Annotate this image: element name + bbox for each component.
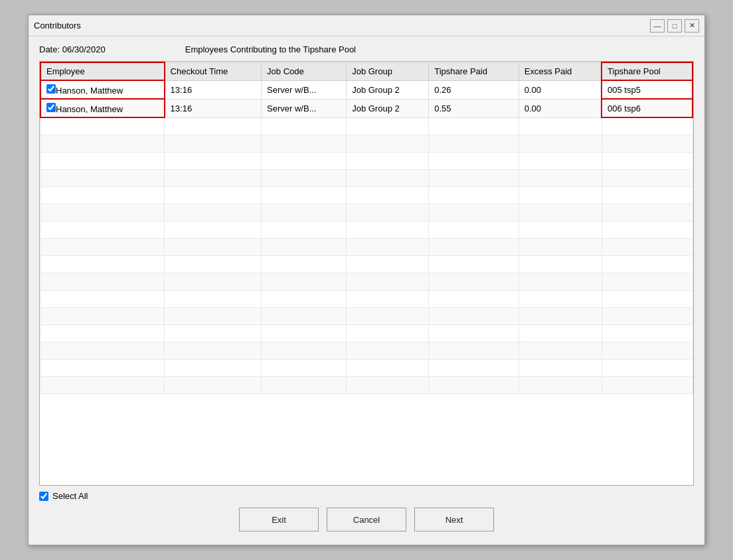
empty-row [41,290,692,307]
empty-row [41,376,692,393]
empty-row [41,135,692,152]
next-button[interactable]: Next [414,508,494,531]
cell-job-group-0: Job Group 2 [347,80,429,99]
date-label: Date: 06/30/2020 [39,44,106,54]
empty-row [41,273,692,290]
cell-job-group-1: Job Group 2 [347,99,429,117]
subtitle: Employees Contributing to the Tipshare P… [185,44,356,54]
contributors-window: Contributors — □ ✕ Date: 06/30/2020 Empl… [28,15,705,545]
exit-button[interactable]: Exit [239,508,319,531]
cell-job-code-0: Server w/B... [262,80,347,99]
col-header-tipshare-paid: Tipshare Paid [429,62,519,80]
close-button[interactable]: ✕ [685,19,699,33]
title-bar-controls: — □ ✕ [650,19,699,33]
cell-excess-paid-0: 0.00 [519,80,602,99]
cell-tipshare-paid-1: 0.55 [429,99,519,117]
col-header-job-code: Job Code [262,62,347,80]
table-row: Hanson, Matthew13:16Server w/B...Job Gro… [41,80,692,99]
row-checkbox-1[interactable] [46,103,56,112]
content-area: Date: 06/30/2020 Employees Contributing … [29,36,704,545]
buttons-row: Exit Cancel Next [39,508,694,537]
maximize-button[interactable]: □ [667,19,682,33]
cell-employee-0: Hanson, Matthew [41,80,165,99]
empty-row [41,169,692,186]
cell-checkout-time-1: 13:16 [165,99,262,117]
table-body: Hanson, Matthew13:16Server w/B...Job Gro… [41,80,692,393]
cell-tipshare-pool-0: 005 tsp5 [602,80,692,99]
employee-name-1: Hanson, Matthew [56,104,123,114]
empty-row [41,204,692,221]
empty-row [41,238,692,255]
window-title: Contributors [34,21,81,31]
empty-row [41,307,692,324]
table-row: Hanson, Matthew13:16Server w/B...Job Gro… [41,99,692,117]
row-checkbox-0[interactable] [46,84,56,94]
employee-name-0: Hanson, Matthew [56,86,123,96]
empty-row [41,152,692,169]
col-header-employee: Employee [41,62,165,80]
col-header-checkout-time: Checkout Time [165,62,262,80]
empty-row [41,342,692,359]
empty-row [41,255,692,273]
cell-employee-1: Hanson, Matthew [41,99,165,117]
select-all-checkbox[interactable] [39,492,48,501]
cell-job-code-1: Server w/B... [262,99,347,117]
empty-row [41,186,692,204]
select-all-label: Select All [52,491,88,501]
footer-area: Select All Exit Cancel Next [39,486,694,539]
select-all-row: Select All [39,491,694,501]
empty-row [41,359,692,376]
col-header-job-group: Job Group [347,62,429,80]
cell-tipshare-paid-0: 0.26 [429,80,519,99]
contributors-table: Employee Checkout Time Job Code Job Grou… [40,62,693,394]
empty-row [41,117,692,135]
cell-tipshare-pool-1: 006 tsp6 [602,99,692,117]
table-header-row: Employee Checkout Time Job Code Job Grou… [41,62,692,80]
cancel-button[interactable]: Cancel [327,508,406,531]
table-wrapper: Employee Checkout Time Job Code Job Grou… [39,61,694,486]
minimize-button[interactable]: — [650,19,665,33]
cell-excess-paid-1: 0.00 [519,99,602,117]
empty-row [41,221,692,238]
empty-row [41,324,692,342]
cell-checkout-time-0: 13:16 [165,80,262,99]
col-header-tipshare-pool: Tipshare Pool [602,62,692,80]
header-row: Date: 06/30/2020 Employees Contributing … [39,44,694,54]
title-bar: Contributors — □ ✕ [29,15,704,36]
col-header-excess-paid: Excess Paid [519,62,602,80]
